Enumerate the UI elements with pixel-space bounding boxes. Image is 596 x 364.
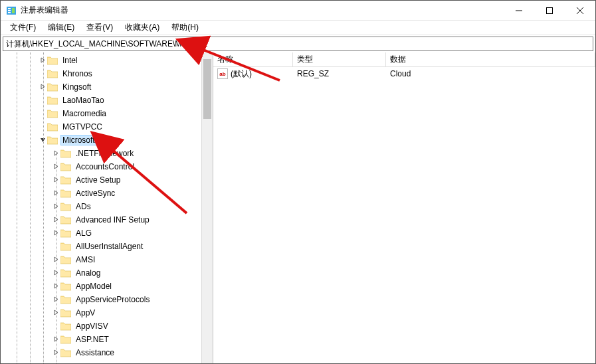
folder-icon (60, 308, 71, 318)
close-button[interactable] (565, 1, 595, 21)
tree-item[interactable]: Intel (1, 54, 213, 67)
tree-label: .NETFramework (74, 148, 136, 159)
values-pane[interactable]: 名称 类型 数据 ab (默认) REG_SZ Cloud (213, 52, 595, 363)
tree-scroll-thumb[interactable] (203, 59, 211, 119)
folder-icon (60, 189, 71, 198)
expander-icon[interactable] (51, 256, 60, 264)
menu-help[interactable]: 帮助(H) (166, 21, 204, 35)
tree-label: ASP.NET (74, 334, 111, 345)
tree-item[interactable]: Macromedia (1, 107, 213, 120)
tree-item[interactable]: AccountsControl (1, 160, 213, 173)
menu-favorites[interactable]: 收藏夹(A) (120, 21, 165, 35)
tree-label: ActiveSync (74, 188, 117, 199)
tree-label: AppServiceProtocols (74, 294, 151, 305)
tree-item[interactable]: AppModel (1, 280, 213, 293)
tree-item[interactable]: LaoMaoTao (1, 94, 213, 107)
tree-item[interactable]: ADs (1, 200, 213, 213)
tree-label: Advanced INF Setup (74, 215, 151, 225)
value-name: (默认) (231, 68, 252, 80)
tree-item[interactable]: Active Setup (1, 173, 213, 187)
window-title: 注册表编辑器 (21, 5, 68, 16)
tree-item[interactable]: AllUserInstallAgent (1, 240, 213, 253)
tree-item[interactable]: ALG (1, 227, 213, 240)
col-name[interactable]: 名称 (213, 52, 293, 66)
folder-icon (60, 215, 71, 225)
value-row[interactable]: ab (默认) REG_SZ Cloud (213, 67, 595, 80)
tree-label: AppVISV (74, 321, 110, 331)
expander-icon[interactable] (51, 190, 60, 197)
expander-icon[interactable] (51, 150, 60, 157)
tree-label: AccountsControl (74, 161, 136, 172)
tree-item[interactable]: Khronos (1, 67, 213, 80)
tree-item[interactable]: ActiveSync (1, 187, 213, 200)
tree-item[interactable]: AppV (1, 306, 213, 319)
folder-icon (60, 335, 71, 344)
tree-item[interactable]: Microsoft (1, 134, 213, 147)
address-text: 计算机\HKEY_LOCAL_MACHINE\SOFTWARE\Microsof… (6, 39, 207, 50)
tree-item[interactable]: AppServiceProtocols (1, 293, 213, 306)
folder-icon (47, 136, 58, 145)
expander-icon[interactable] (51, 349, 60, 357)
tree-item[interactable]: ASP.NET (1, 333, 213, 346)
expander-icon[interactable] (51, 230, 60, 237)
tree-label: MGTVPCC (60, 122, 104, 132)
svg-rect-1 (8, 8, 11, 9)
tree-guide-line (56, 152, 57, 363)
maximize-button[interactable] (534, 1, 565, 21)
tree-label: ADs (74, 201, 93, 212)
svg-rect-4 (12, 8, 15, 13)
tree-pane[interactable]: IntelKhronosKingsoftLaoMaoTaoMacromediaM… (1, 52, 213, 363)
string-value-icon: ab (217, 68, 228, 79)
expander-icon[interactable] (51, 163, 60, 171)
tree-guide-line (17, 52, 17, 363)
tree-item[interactable]: AppVISV (1, 319, 213, 333)
expander-icon[interactable] (51, 283, 60, 290)
tree-item[interactable]: Advanced INF Setup (1, 213, 213, 227)
expander-icon[interactable] (38, 137, 47, 144)
folder-icon (60, 162, 71, 171)
tree-item[interactable]: Assistance (1, 346, 213, 359)
tree-label: Kingsoft (60, 82, 93, 92)
menu-file[interactable]: 文件(F) (5, 21, 41, 35)
folder-icon (47, 122, 58, 132)
tree-scrollbar[interactable] (201, 52, 213, 363)
tree-item[interactable]: Analog (1, 266, 213, 280)
expander-icon[interactable] (51, 217, 60, 224)
folder-icon (60, 228, 71, 238)
address-bar[interactable]: 计算机\HKEY_LOCAL_MACHINE\SOFTWARE\Microsof… (3, 37, 593, 51)
tree-label: Analog (74, 268, 102, 278)
minimize-button[interactable] (504, 1, 534, 21)
svg-rect-3 (8, 12, 11, 13)
expander-icon[interactable] (51, 203, 60, 211)
tree-label: LaoMaoTao (60, 95, 106, 106)
folder-icon (60, 268, 71, 278)
menu-edit[interactable]: 编辑(E) (43, 21, 80, 35)
expander-icon[interactable] (38, 57, 47, 64)
folder-icon (47, 69, 58, 78)
col-data[interactable]: 数据 (386, 52, 595, 66)
svg-rect-2 (8, 10, 11, 11)
expander-icon[interactable] (51, 336, 60, 343)
tree-label: Khronos (60, 68, 94, 79)
tree-label: AMSI (74, 254, 97, 265)
expander-icon[interactable] (51, 310, 60, 317)
col-type[interactable]: 类型 (293, 52, 386, 66)
expander-icon[interactable] (51, 270, 60, 277)
tree-item[interactable]: Kingsoft (1, 80, 213, 94)
expander-icon[interactable] (51, 177, 60, 184)
menu-view[interactable]: 查看(V) (81, 21, 118, 35)
folder-icon (60, 175, 71, 185)
folder-icon (47, 96, 58, 105)
tree-item[interactable]: MGTVPCC (1, 120, 213, 134)
tree-item[interactable]: AMSI (1, 253, 213, 266)
menubar: 文件(F) 编辑(E) 查看(V) 收藏夹(A) 帮助(H) (1, 21, 595, 35)
tree-item[interactable]: .NETFramework (1, 147, 213, 160)
titlebar: 注册表编辑器 (1, 1, 595, 21)
tree-label: Macromedia (60, 108, 108, 119)
expander-icon[interactable] (51, 296, 60, 304)
tree-label: Intel (60, 55, 80, 66)
expander-icon[interactable] (38, 84, 47, 91)
registry-tree[interactable]: IntelKhronosKingsoftLaoMaoTaoMacromediaM… (1, 54, 213, 359)
value-type: REG_SZ (293, 69, 386, 78)
content-area: IntelKhronosKingsoftLaoMaoTaoMacromediaM… (1, 52, 595, 363)
